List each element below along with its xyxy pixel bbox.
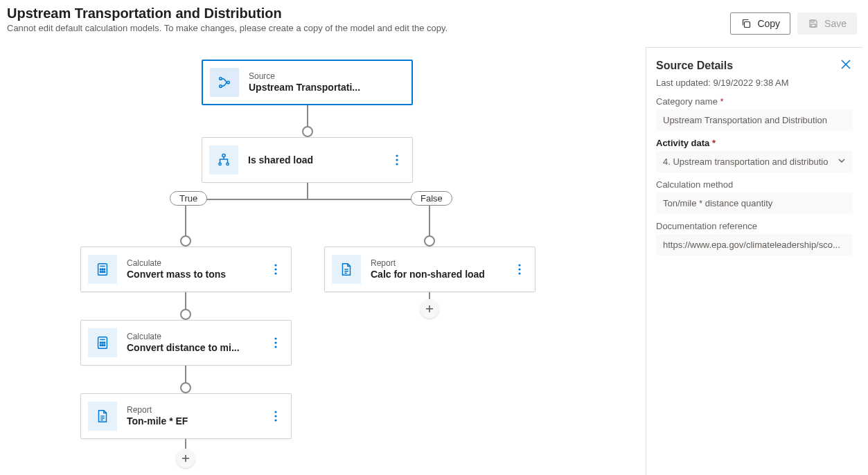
- node-kind: Source: [249, 71, 405, 81]
- label-activity-data: Activity data *: [656, 138, 853, 148]
- label-doc-ref: Documentation reference: [656, 221, 853, 231]
- svg-point-57: [518, 264, 520, 266]
- node-more-button[interactable]: [511, 264, 528, 275]
- svg-point-14: [181, 383, 191, 393]
- svg-point-40: [102, 342, 103, 343]
- save-button: Save: [797, 12, 857, 35]
- svg-rect-2: [811, 20, 814, 22]
- branch-label-false: False: [411, 191, 452, 206]
- panel-title: Source Details: [656, 60, 733, 72]
- node-title: Ton-mile * EF: [127, 415, 267, 427]
- svg-point-25: [396, 163, 398, 165]
- svg-point-41: [104, 342, 105, 343]
- svg-point-36: [274, 272, 276, 274]
- svg-point-47: [274, 346, 276, 348]
- svg-point-18: [220, 85, 222, 88]
- svg-point-58: [518, 268, 520, 270]
- svg-point-51: [274, 411, 276, 413]
- svg-point-43: [102, 345, 103, 346]
- node-report-tonmile[interactable]: Report Ton-mile * EF: [80, 393, 292, 439]
- document-icon: [88, 402, 117, 431]
- node-title: Convert mass to tons: [127, 268, 267, 280]
- svg-point-28: [100, 269, 101, 270]
- node-kind: Calculate: [127, 258, 267, 268]
- node-more-button[interactable]: [389, 154, 405, 165]
- svg-point-31: [100, 271, 101, 273]
- chevron-down-icon: [838, 156, 846, 167]
- document-icon: [332, 255, 361, 284]
- add-step-button[interactable]: [176, 449, 195, 468]
- svg-point-8: [181, 236, 191, 246]
- svg-point-34: [274, 264, 276, 266]
- svg-point-24: [396, 159, 398, 161]
- close-icon[interactable]: [839, 57, 853, 73]
- svg-point-39: [100, 342, 101, 343]
- copy-icon: [741, 18, 752, 29]
- node-kind: Report: [127, 405, 267, 415]
- svg-point-22: [227, 163, 229, 165]
- svg-point-23: [396, 154, 398, 156]
- svg-point-52: [274, 415, 276, 417]
- svg-point-35: [274, 268, 276, 270]
- node-more-button[interactable]: [267, 337, 284, 348]
- svg-rect-0: [745, 22, 750, 28]
- svg-point-21: [219, 163, 221, 165]
- node-source[interactable]: Source Upstream Transportati...: [202, 60, 413, 105]
- node-title: Upstream Transportati...: [249, 81, 394, 93]
- svg-point-32: [102, 271, 103, 273]
- svg-point-46: [274, 341, 276, 343]
- calculator-icon: [88, 328, 117, 357]
- branch-label-true: True: [170, 191, 207, 206]
- details-panel: Source Details Last updated: 9/19/2022 9…: [646, 47, 862, 475]
- node-title: Convert distance to mi...: [127, 341, 267, 354]
- svg-point-29: [102, 269, 103, 270]
- node-title: Calc for non-shared load: [371, 268, 511, 280]
- flow-canvas[interactable]: True False Source Upstream Transportati.…: [0, 42, 643, 475]
- node-more-button[interactable]: [267, 264, 284, 275]
- node-title: Is shared load: [248, 154, 389, 166]
- last-updated: Last updated: 9/19/2022 9:38 AM: [656, 78, 853, 88]
- svg-point-17: [220, 78, 222, 80]
- node-calc-distance[interactable]: Calculate Convert distance to mi...: [80, 320, 292, 366]
- svg-point-20: [222, 154, 225, 156]
- condition-icon: [209, 145, 238, 174]
- copy-button[interactable]: Copy: [730, 12, 790, 35]
- save-icon: [808, 18, 819, 29]
- svg-point-53: [274, 419, 276, 421]
- field-calc-method: Ton/mile * distance quantity: [656, 192, 853, 214]
- svg-rect-26: [98, 264, 107, 276]
- node-kind: Report: [371, 258, 511, 268]
- field-activity-data[interactable]: 4. Upstream transportation and distribut…: [656, 151, 853, 172]
- svg-point-59: [518, 272, 520, 274]
- field-doc-ref: https://www.epa.gov/climateleadership/sc…: [656, 234, 853, 256]
- svg-point-42: [100, 345, 101, 346]
- node-calc-mass[interactable]: Calculate Convert mass to tons: [80, 247, 292, 292]
- svg-rect-37: [98, 337, 107, 349]
- label-category-name: Category name *: [656, 96, 853, 107]
- svg-point-33: [104, 271, 105, 273]
- node-kind: Calculate: [127, 332, 267, 341]
- node-more-button[interactable]: [267, 411, 284, 422]
- save-button-label: Save: [824, 18, 847, 29]
- calculator-icon: [88, 255, 117, 284]
- add-step-button[interactable]: [420, 299, 439, 319]
- svg-point-45: [274, 337, 276, 339]
- field-category-name: Upstream Transportation and Distribution: [656, 109, 853, 131]
- svg-rect-1: [811, 24, 815, 27]
- source-icon: [210, 68, 239, 97]
- label-calc-method: Calculation method: [656, 179, 853, 190]
- svg-point-12: [181, 310, 191, 319]
- svg-point-19: [227, 81, 230, 84]
- svg-point-4: [303, 127, 312, 136]
- node-condition[interactable]: Is shared load: [202, 137, 413, 183]
- svg-point-30: [104, 269, 105, 270]
- node-report-nonshared[interactable]: Report Calc for non-shared load: [324, 247, 535, 292]
- copy-button-label: Copy: [757, 18, 780, 29]
- svg-point-10: [425, 236, 434, 246]
- svg-point-44: [104, 345, 105, 346]
